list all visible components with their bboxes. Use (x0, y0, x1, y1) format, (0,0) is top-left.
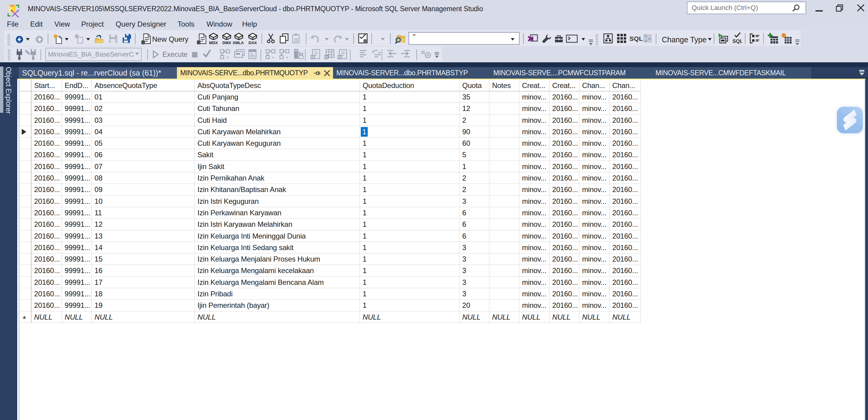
svg-text:01: 01 (311, 56, 315, 59)
svg-text:SQL: SQL (733, 38, 742, 44)
svg-text:01: 01 (338, 56, 342, 59)
svg-text:01: 01 (325, 56, 329, 59)
